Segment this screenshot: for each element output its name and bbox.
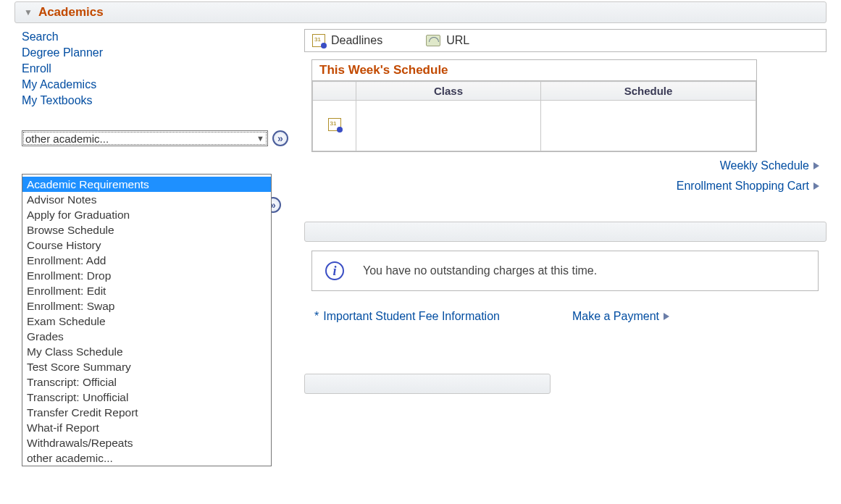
- chevron-down-icon: ▼: [256, 134, 264, 143]
- link-enrollment-shopping-cart[interactable]: Enrollment Shopping Cart: [677, 180, 819, 193]
- dropdown-value: other academic...: [25, 133, 109, 145]
- dropdown-option[interactable]: Advisor Notes: [22, 192, 271, 207]
- dropdown-option[interactable]: Withdrawals/Repeats: [22, 435, 271, 450]
- collapse-icon: ▼: [24, 7, 33, 17]
- dropdown-option[interactable]: other academic...: [22, 450, 271, 466]
- deadlines-icon[interactable]: [328, 118, 341, 131]
- collapsed-section-header[interactable]: [304, 374, 551, 394]
- dropdown-option[interactable]: Enrollment: Swap: [22, 298, 271, 314]
- table-row: [313, 101, 756, 151]
- dropdown-option[interactable]: Academic Requirements: [22, 177, 271, 192]
- dropdown-option[interactable]: Apply for Graduation: [22, 207, 271, 222]
- link-enroll[interactable]: Enroll: [14, 61, 304, 77]
- dropdown-option[interactable]: Test Score Summary: [22, 359, 271, 374]
- link-my-textbooks[interactable]: My Textbooks: [14, 93, 304, 109]
- this-weeks-schedule: This Week's Schedule Class Schedule: [311, 59, 757, 152]
- collapsed-section-header[interactable]: [304, 222, 827, 242]
- other-academic-dropdown-list[interactable]: Academic Requirements Advisor Notes Appl…: [22, 174, 272, 466]
- arrow-right-icon: [813, 162, 819, 169]
- go-button[interactable]: »: [272, 130, 288, 146]
- link-weekly-schedule[interactable]: Weekly Schedule: [720, 159, 819, 172]
- dropdown-option[interactable]: Grades: [22, 329, 271, 344]
- dropdown-option[interactable]: Enrollment: Add: [22, 253, 271, 268]
- dropdown-option[interactable]: Transfer Credit Report: [22, 405, 271, 420]
- schedule-col-class: Class: [356, 82, 541, 101]
- notice-text: You have no outstanding charges at this …: [363, 264, 597, 277]
- academics-link-list: Search Degree Planner Enroll My Academic…: [14, 29, 304, 109]
- arrow-right-icon: [664, 313, 669, 320]
- dropdown-option[interactable]: Exam Schedule: [22, 314, 271, 329]
- legend-bar: Deadlines URL: [304, 29, 827, 52]
- dropdown-option[interactable]: Browse Schedule: [22, 222, 271, 238]
- schedule-title: This Week's Schedule: [312, 60, 756, 81]
- url-icon: [426, 35, 440, 46]
- dropdown-option[interactable]: Transcript: Official: [22, 374, 271, 390]
- dropdown-option[interactable]: Transcript: Unofficial: [22, 390, 271, 405]
- arrow-right-icon: [813, 182, 819, 190]
- info-icon: i: [325, 261, 344, 280]
- deadlines-icon: [312, 34, 325, 47]
- link-my-academics[interactable]: My Academics: [14, 77, 304, 93]
- academics-section-header[interactable]: ▼ Academics: [14, 1, 827, 23]
- url-label: URL: [446, 34, 469, 47]
- deadlines-label: Deadlines: [331, 34, 382, 47]
- schedule-col-schedule: Schedule: [541, 82, 756, 101]
- section-title: Academics: [38, 5, 104, 20]
- no-charges-notice: i You have no outstanding charges at thi…: [311, 251, 819, 291]
- asterisk-icon: *: [314, 310, 319, 323]
- link-make-a-payment[interactable]: Make a Payment: [572, 310, 669, 323]
- dropdown-option[interactable]: My Class Schedule: [22, 344, 271, 359]
- dropdown-option[interactable]: Enrollment: Edit: [22, 283, 271, 298]
- other-academic-dropdown[interactable]: other academic... ▼: [22, 130, 268, 146]
- dropdown-option[interactable]: Enrollment: Drop: [22, 268, 271, 283]
- link-search[interactable]: Search: [14, 29, 304, 45]
- link-degree-planner[interactable]: Degree Planner: [14, 45, 304, 61]
- dropdown-option[interactable]: What-if Report: [22, 420, 271, 435]
- schedule-col-icon: [313, 82, 356, 101]
- link-fee-information[interactable]: *Important Student Fee Information: [314, 310, 500, 323]
- dropdown-option[interactable]: Course History: [22, 238, 271, 253]
